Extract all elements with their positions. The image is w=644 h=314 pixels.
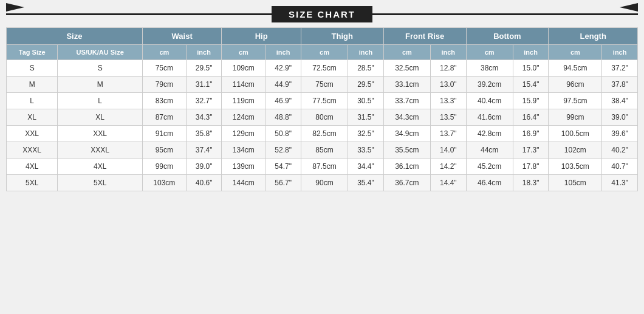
front-rise-header: Front Rise [383, 28, 466, 45]
title-bar-right-line [372, 13, 638, 15]
tag-size-subheader: Tag Size [7, 45, 58, 60]
length-header: Length [549, 28, 638, 45]
waist-inch-subheader: inch [186, 45, 222, 60]
waist-header: Waist [142, 28, 222, 45]
thigh-header: Thigh [301, 28, 383, 45]
table-row: MM79cm31.1"114cm44.9"75cm29.5"33.1cm13.0… [7, 77, 638, 93]
table-row: XLXL87cm34.3"124cm48.8"80cm31.5"34.3cm13… [7, 109, 638, 126]
table-row: 5XL5XL103cm40.6"144cm56.7"90cm35.4"36.7c… [7, 175, 638, 191]
table-row: SS75cm29.5"109cm42.9"72.5cm28.5"32.5cm12… [7, 60, 638, 77]
thigh-inch-subheader: inch [348, 45, 384, 60]
len-cm-subheader: cm [549, 45, 602, 60]
bot-inch-subheader: inch [513, 45, 549, 60]
hip-inch-subheader: inch [265, 45, 301, 60]
fr-inch-subheader: inch [431, 45, 467, 60]
size-header: Size [7, 28, 143, 45]
size-chart-table: Size Waist Hip Thigh Front Rise Bottom L… [6, 27, 638, 191]
table-row: XXLXXL91cm35.8"129cm50.8"82.5cm32.5"34.9… [7, 126, 638, 142]
table-row: LL83cm32.7"119cm46.9"77.5cm30.5"33.7cm13… [7, 93, 638, 109]
table-row: 4XL4XL99cm39.0"139cm54.7"87.5cm34.4"36.1… [7, 159, 638, 175]
len-inch-subheader: inch [602, 45, 638, 60]
bottom-header: Bottom [466, 28, 549, 45]
title-bar-left-line [6, 13, 272, 15]
fr-cm-subheader: cm [383, 45, 430, 60]
hip-cm-subheader: cm [222, 45, 265, 60]
hip-header: Hip [222, 28, 301, 45]
us-uk-subheader: US/UK/AU Size [58, 45, 142, 60]
thigh-cm-subheader: cm [301, 45, 348, 60]
bot-cm-subheader: cm [466, 45, 513, 60]
table-row: XXXLXXXL95cm37.4"134cm52.8"85cm33.5"35.5… [7, 142, 638, 159]
title-bar: SIZE CHART [6, 6, 638, 22]
chart-title: SIZE CHART [272, 6, 372, 22]
waist-cm-subheader: cm [142, 45, 186, 60]
